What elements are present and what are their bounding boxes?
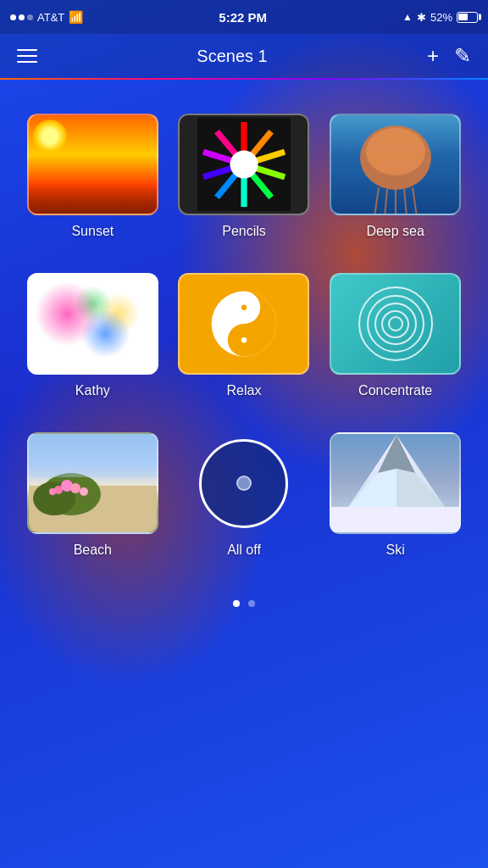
menu-line-3	[17, 61, 37, 63]
jellyfish-icon	[345, 120, 446, 215]
edit-button[interactable]: ✎	[454, 46, 471, 66]
scene-label-beach: Beach	[74, 542, 112, 558]
scene-thumb-beach	[27, 432, 158, 534]
scene-thumb-deepsea	[330, 114, 461, 215]
scene-ski[interactable]: Ski	[328, 432, 463, 558]
scene-thumb-pencils	[178, 114, 309, 215]
scene-sunset[interactable]: Sunset	[25, 114, 160, 239]
status-time: 5:22 PM	[219, 10, 267, 25]
status-left: AT&T 📶	[10, 10, 83, 24]
signal-dots	[10, 14, 33, 20]
svg-point-12	[230, 151, 258, 179]
scene-thumb-concentrate	[330, 273, 461, 375]
menu-line-1	[17, 49, 37, 51]
page-dot-1[interactable]	[233, 600, 240, 607]
wifi-icon: 📶	[69, 10, 83, 24]
scene-relax[interactable]: Relax	[177, 273, 312, 398]
yin-yang-icon	[210, 290, 278, 358]
svg-line-18	[404, 189, 407, 215]
pencils-art	[197, 118, 291, 211]
svg-line-15	[374, 187, 379, 215]
ring-5	[388, 316, 403, 331]
svg-line-16	[385, 189, 387, 215]
scene-label-kathy: Kathy	[75, 383, 110, 398]
scene-thumb-sunset	[27, 114, 158, 215]
svg-point-14	[366, 128, 425, 175]
power-off-icon	[199, 439, 288, 528]
power-dot	[236, 476, 252, 491]
signal-dot-3	[27, 14, 33, 20]
scene-label-sunset: Sunset	[71, 224, 114, 239]
scene-concentrate[interactable]: Concentrate	[328, 273, 463, 398]
page-title: Scenes 1	[197, 47, 267, 66]
status-right: ▲ ✱ 52%	[402, 11, 478, 24]
page-indicators	[0, 583, 488, 624]
scene-alloff[interactable]: All off	[177, 432, 312, 558]
svg-line-19	[413, 187, 417, 215]
svg-point-31	[80, 487, 88, 496]
scene-thumb-ski	[330, 432, 461, 534]
kathy-art	[29, 275, 157, 373]
scene-label-relax: Relax	[227, 383, 262, 398]
bluetooth-icon: ✱	[417, 11, 426, 24]
beach-art	[29, 432, 158, 532]
nav-bar: Scenes 1 + ✎	[0, 34, 488, 80]
battery-body	[457, 12, 478, 23]
scene-label-concentrate: Concentrate	[358, 383, 432, 398]
scene-label-deepsea: Deep sea	[366, 224, 424, 239]
svg-point-24	[241, 337, 247, 342]
scene-label-alloff: All off	[227, 542, 261, 558]
svg-point-29	[70, 483, 80, 493]
add-button[interactable]: +	[427, 46, 439, 66]
svg-point-32	[49, 488, 56, 495]
scene-deepsea[interactable]: Deep sea	[328, 114, 463, 239]
scene-thumb-alloff	[178, 432, 309, 534]
svg-point-23	[241, 305, 247, 310]
scene-label-pencils: Pencils	[222, 224, 266, 239]
carrier-label: AT&T	[37, 11, 64, 24]
page-dot-2[interactable]	[248, 600, 255, 607]
svg-rect-33	[29, 432, 158, 477]
battery-indicator	[457, 12, 478, 23]
scene-kathy[interactable]: Kathy	[25, 273, 160, 398]
concentric-circles	[358, 286, 434, 362]
signal-dot-2	[19, 14, 25, 20]
signal-dot-1	[10, 14, 16, 20]
scene-thumb-relax	[178, 273, 309, 375]
scenes-grid: Sunset	[0, 80, 488, 575]
scene-thumb-kathy	[27, 273, 158, 375]
scene-label-ski: Ski	[386, 542, 405, 558]
battery-fill	[458, 14, 467, 20]
nav-actions: + ✎	[427, 46, 471, 66]
status-bar: AT&T 📶 5:22 PM ▲ ✱ 52%	[0, 0, 488, 34]
scene-beach[interactable]: Beach	[25, 432, 160, 558]
menu-button[interactable]	[17, 49, 37, 63]
svg-rect-39	[331, 507, 461, 532]
battery-percentage: 52%	[430, 11, 452, 24]
ski-mountain-art	[331, 432, 461, 532]
location-icon: ▲	[402, 11, 413, 23]
scene-pencils[interactable]: Pencils	[177, 114, 312, 239]
menu-line-2	[17, 55, 37, 57]
